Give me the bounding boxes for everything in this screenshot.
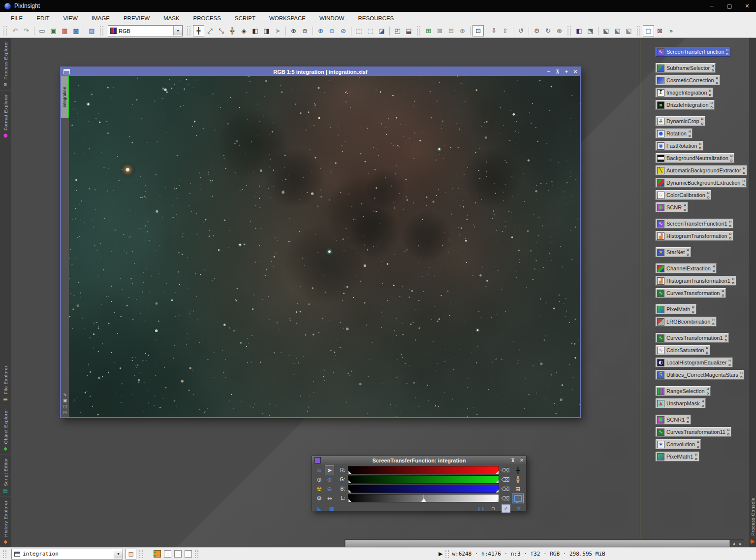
mask-enable-icon[interactable]: ⚙ [531,25,542,36]
pan-icon[interactable]: ╋ [193,25,204,36]
new-preview-icon[interactable]: ⬚ [353,25,365,36]
stf-window-icon[interactable]: ⬔ [585,25,596,36]
stf-grid-cross-icon[interactable]: ⊞ [512,485,524,494]
window-menu-icon[interactable] [63,69,70,74]
shadows-clip-icon[interactable]: ◣ [315,505,323,512]
window-minimize-button[interactable]: − [544,67,553,76]
mask-new-icon[interactable]: ⊞ [423,25,434,36]
stf-gradient-track-g[interactable] [348,475,499,484]
process-icon-cosmeticcorrection[interactable]: CosmeticCorrectionHD [656,75,720,85]
stf-reset-g-icon[interactable]: ⌫ [500,475,511,484]
mask-select-icon[interactable]: ⊕ [457,25,468,36]
icc-profile-icon[interactable]: ▩ [70,25,82,36]
workspace-square-4[interactable] [185,550,192,558]
image-window[interactable]: RGB 1:5 integration | integration.xisf −… [60,66,581,418]
channel-selector[interactable]: RGB▾ [108,25,183,36]
menu-preview[interactable]: PREVIEW [117,12,157,24]
zoom-out-icon[interactable]: ⊖ [325,485,334,494]
zoom-in-blue-icon[interactable]: ⊕ [325,475,334,484]
stf-monitor-target-icon[interactable] [512,494,524,503]
screen-a-icon[interactable]: ⬕ [600,25,612,36]
square-outline-icon[interactable]: □ [477,505,485,512]
menu-file[interactable]: FILE [4,12,30,24]
stf-move-cross-icon[interactable]: ╬ [512,475,524,484]
stf-dialog[interactable]: ScreenTransferFunction: integration ⊼✕ ∞… [312,456,527,511]
view-selector-arrow-icon[interactable]: ▾ [114,550,123,559]
link-rgb-icon[interactable]: ∞ [315,466,324,475]
move-icon[interactable]: ╬ [227,25,238,36]
expand-icon[interactable]: ⤢ [204,25,216,36]
pointer-icon[interactable]: ➤ [325,465,334,475]
channel-dropdown-arrow-icon[interactable]: ▾ [173,26,182,35]
stf-reset-b-icon[interactable]: ⌫ [500,485,511,494]
zoom-1-1-icon[interactable]: ⊕ [315,25,326,36]
resize-arrow-icon[interactable]: ⇘ [63,393,67,397]
process-icon-pixelmath1[interactable]: PixelMath1HD [656,452,699,461]
pan-horizontal-icon[interactable]: ↔ [325,494,334,503]
window-close-button[interactable]: ✕ [571,67,580,76]
dock-tab-file-explorer[interactable]: File Explorer▬ [0,362,11,405]
stf-disable-icon[interactable]: ⊠ [654,25,665,36]
menu-process[interactable]: PROCESS [187,12,228,24]
menu-image[interactable]: IMAGE [85,12,117,24]
color-image-icon[interactable]: ▦ [59,25,70,36]
split-window-icon[interactable]: ◰ [392,25,403,36]
screenshot-icon[interactable]: ▣ [48,25,59,36]
stf-split-icon[interactable]: ◧ [573,25,585,36]
screen-c-icon[interactable]: ⬕ [623,25,634,36]
screen-b-icon[interactable]: ⬕ [612,25,623,36]
menu-mask[interactable]: MASK [157,12,187,24]
process-icon-pixelmath[interactable]: PixelMathHD [656,304,696,314]
minimize-button[interactable]: ─ [703,0,721,12]
process-icon-channelextraction[interactable]: ChannelExtractionHD [656,264,717,273]
process-icon-starnet[interactable]: ★StarNetHD [656,247,691,257]
stf-reset-r-icon[interactable]: ⌫ [500,466,511,475]
horizontal-scrollbar[interactable]: ◂ ▸ [345,539,744,548]
redo-icon[interactable]: ↷ [21,25,32,36]
play-icon[interactable]: ▶ [439,551,442,557]
view-selector[interactable]: integration ▾ [11,549,123,560]
dock-tab-format-explorer[interactable]: Format Explorer● [0,91,11,141]
zoom-fit-icon[interactable]: ⊙ [326,25,338,36]
edit-preview-icon[interactable]: ⬚ [365,25,376,36]
menu-window[interactable]: WINDOW [313,12,351,24]
process-icon-scnr1[interactable]: ●SCNR1HD [656,415,691,425]
center-icon[interactable]: ◈ [238,25,250,36]
process-icon-histogramtransformation1[interactable]: ▟HistogramTransformation1HD [656,276,736,286]
view-tab-integration[interactable]: integration [61,76,69,118]
menu-resources[interactable]: RESOURCES [351,12,401,24]
frame-window-icon[interactable]: ⬓ [403,25,414,36]
radiation-icon[interactable]: ☢ [315,485,324,494]
process-icon-automaticbackgroundextractor[interactable]: ╲AutomaticBackgroundExtractorHD [656,165,747,175]
process-icon-fastrotation[interactable]: ◉FastRotationHD [656,141,703,151]
stf-shade-button[interactable]: ⊼ [508,456,517,464]
zoom-fill-icon[interactable]: ⊘ [338,25,349,36]
contract-icon[interactable]: ⤡ [216,25,227,36]
stf-titlebar[interactable]: ScreenTransferFunction: integration ⊼✕ [312,456,526,464]
process-icon-convolution[interactable]: ∗ConvolutionHD [656,439,701,449]
process-icon-screentransferfunction1[interactable]: ∿ScreenTransferFunction1HD [656,219,733,229]
mask-extract-icon[interactable]: ⇩ [488,25,500,36]
menu-script[interactable]: SCRIPT [228,12,262,24]
undo-icon[interactable]: ↶ [9,25,21,36]
zoom-in-icon[interactable]: ⊕ [288,25,299,36]
layers-icon[interactable]: ◫ [63,404,67,409]
workspace-square-3[interactable] [174,550,182,558]
menu-workspace[interactable]: WORKSPACE [262,12,313,24]
console-corner-arrow-icon[interactable]: ➤ [750,538,755,545]
process-icon-histogramtransformation[interactable]: ▟HistogramTransformationHD [656,231,733,241]
overflow-icon[interactable]: » [665,25,677,36]
preview-mode-icon[interactable]: ◪ [376,25,387,36]
menu-view[interactable]: VIEW [57,12,85,24]
workspace-square-1[interactable] [154,550,161,558]
workspace-square-2[interactable] [164,550,171,558]
process-icon-unsharpmask[interactable]: ▲UnsharpMaskHD [656,398,706,408]
process-icon-dynamiccrop[interactable]: #DynamicCropHD [656,116,705,126]
mask-edit-icon[interactable]: ⊠ [434,25,445,36]
mask-insert-icon[interactable]: ⇧ [500,25,511,36]
scrollbar-thumb[interactable] [345,540,730,547]
process-icon-rotation[interactable]: ●RotationHD [656,129,693,138]
flip-icon[interactable]: ◨ [261,25,272,36]
image-window-titlebar[interactable]: RGB 1:5 integration | integration.xisf −… [61,67,580,76]
process-icon-dynamicbackgroundextraction[interactable]: DynamicBackgroundExtractionHD [656,178,747,188]
